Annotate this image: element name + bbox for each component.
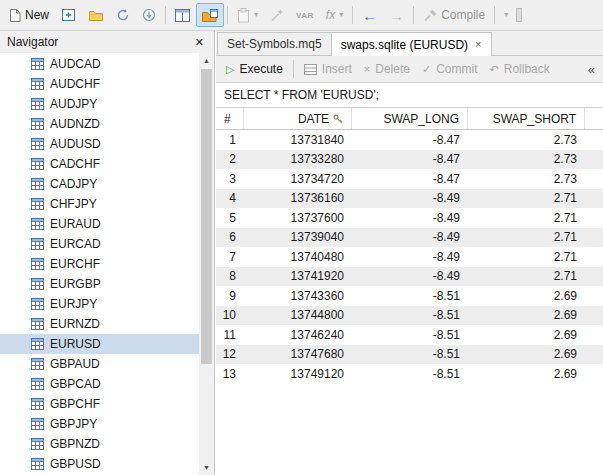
insert-button[interactable]: Insert	[299, 58, 357, 80]
cell-date: 13741920	[244, 269, 352, 283]
navigator-scrollbar[interactable]: ▲ ▼	[199, 53, 214, 475]
cell-swap-short: 2.71	[468, 269, 585, 283]
table-row[interactable]: 1213747680-8.512.69	[216, 345, 603, 365]
new-window-button[interactable]	[55, 3, 82, 27]
navigator-item-gbpaud[interactable]: GBPAUD	[0, 354, 199, 374]
cell-index: 8	[216, 269, 244, 283]
split-view-button[interactable]	[169, 3, 196, 27]
new-button[interactable]: New	[3, 3, 55, 27]
delete-button[interactable]: × Delete	[359, 58, 415, 80]
cell-date: 13747680	[244, 347, 352, 361]
navigator-item-eurusd[interactable]: EURUSD	[0, 334, 199, 354]
chevron-down-icon: ▾	[339, 11, 343, 19]
cell-swap-long: -8.49	[352, 191, 468, 205]
partial-toolbar-button	[516, 8, 522, 22]
column-header-swap-long[interactable]: SWAP_LONG	[352, 108, 468, 129]
symbol-label: AUDCHF	[50, 77, 100, 91]
symbol-label: GBPAUD	[50, 357, 100, 371]
scrollbar-thumb[interactable]	[201, 69, 212, 364]
cell-index: 10	[216, 308, 244, 322]
tab-close-icon[interactable]: ×	[475, 39, 481, 50]
cell-date: 13743360	[244, 289, 352, 303]
table-row[interactable]: 913743360-8.512.69	[216, 286, 603, 306]
symbol-table-icon	[31, 278, 44, 290]
navigator-item-gbpusd[interactable]: GBPUSD	[0, 454, 199, 474]
symbol-table-icon	[31, 418, 44, 430]
navigator-item-eurgbp[interactable]: EURGBP	[0, 274, 199, 294]
tab-swaps-sqlite-eurusd[interactable]: swaps.sqlite (EURUSD)×	[331, 32, 492, 56]
paste-button[interactable]: ▾	[231, 3, 264, 27]
navigator-item-audcad[interactable]: AUDCAD	[0, 54, 199, 74]
table-row[interactable]: 413736160-8.492.71	[216, 189, 603, 209]
navigator-item-audchf[interactable]: AUDCHF	[0, 74, 199, 94]
table-row[interactable]: 1313749120-8.512.69	[216, 364, 603, 384]
symbol-table-icon	[31, 378, 44, 390]
download-button[interactable]	[136, 3, 162, 27]
cell-swap-long: -8.49	[352, 269, 468, 283]
table-row[interactable]: 113731840-8.472.73	[216, 130, 603, 150]
table-row[interactable]: 213733280-8.472.73	[216, 150, 603, 170]
navigator-item-audjpy[interactable]: AUDJPY	[0, 94, 199, 114]
refresh-button[interactable]	[110, 3, 136, 27]
table-row[interactable]: 513737600-8.492.71	[216, 208, 603, 228]
cell-swap-long: -8.51	[352, 347, 468, 361]
cell-index: 5	[216, 211, 244, 225]
cell-swap-short: 2.73	[468, 172, 585, 186]
symbol-table-icon	[31, 338, 44, 350]
close-icon[interactable]: ✕	[192, 37, 207, 48]
rollback-button[interactable]: ↶ Rollback	[485, 58, 555, 80]
styler-button[interactable]	[264, 3, 290, 27]
compile-dropdown-button[interactable]: ▾	[498, 3, 514, 27]
delete-label: Delete	[375, 62, 410, 76]
execute-label: Execute	[239, 62, 282, 76]
open-file-button[interactable]	[82, 3, 110, 27]
table-row[interactable]: 713740480-8.492.71	[216, 247, 603, 267]
scroll-down-icon[interactable]: ▼	[199, 460, 214, 475]
back-button[interactable]: ←	[356, 3, 383, 27]
column-header-index[interactable]: #	[216, 108, 244, 129]
navigator-item-cadchf[interactable]: CADCHF	[0, 154, 199, 174]
navigator-item-gbpjpy[interactable]: GBPJPY	[0, 414, 199, 434]
table-row[interactable]: 1013744800-8.512.69	[216, 306, 603, 326]
column-header-swap-short[interactable]: SWAP_SHORT	[468, 108, 585, 129]
scroll-up-icon[interactable]: ▲	[199, 53, 214, 68]
navigator-item-gbpchf[interactable]: GBPCHF	[0, 394, 199, 414]
column-header-date[interactable]: DATE	[244, 108, 352, 129]
table-row[interactable]: 313734720-8.472.73	[216, 169, 603, 189]
cell-swap-short: 2.71	[468, 211, 585, 225]
variables-button[interactable]: VAR	[290, 3, 320, 27]
navigator-item-chfjpy[interactable]: CHFJPY	[0, 194, 199, 214]
symbol-table-icon	[31, 258, 44, 270]
collapse-chevrons-icon[interactable]: «	[588, 62, 598, 77]
navigator-item-eurjpy[interactable]: EURJPY	[0, 294, 199, 314]
cell-index: 13	[216, 367, 244, 381]
navigator-item-gbpcad[interactable]: GBPCAD	[0, 374, 199, 394]
navigator-item-eurcad[interactable]: EURCAD	[0, 234, 199, 254]
commit-button[interactable]: ✓ Commit	[417, 58, 483, 80]
cell-date: 13746240	[244, 328, 352, 342]
insert-label: Insert	[322, 62, 352, 76]
symbol-table-icon	[31, 398, 44, 410]
sql-query-bar[interactable]: SELECT * FROM 'EURUSD';	[216, 83, 603, 108]
navigator-item-audusd[interactable]: AUDUSD	[0, 134, 199, 154]
fx-text-icon: fx	[326, 8, 335, 22]
table-row[interactable]: 1113746240-8.512.69	[216, 325, 603, 345]
navigator-item-euraud[interactable]: EURAUD	[0, 214, 199, 234]
function-button[interactable]: fx ▾	[320, 3, 349, 27]
tab-set-symbols-mq5[interactable]: Set-Symbols.mq5	[217, 32, 332, 55]
navigator-toggle-button[interactable]	[196, 3, 224, 27]
compile-button[interactable]: Compile	[417, 3, 491, 27]
cell-swap-long: -8.51	[352, 328, 468, 342]
navigator-item-audnzd[interactable]: AUDNZD	[0, 114, 199, 134]
table-row[interactable]: 813741920-8.492.71	[216, 267, 603, 287]
execute-button[interactable]: ▷ Execute	[221, 58, 288, 80]
navigator-item-gbpnzd[interactable]: GBPNZD	[0, 434, 199, 454]
sql-query-text: SELECT * FROM 'EURUSD';	[224, 88, 379, 102]
table-row[interactable]: 613739040-8.492.71	[216, 228, 603, 248]
navigator-item-cadjpy[interactable]: CADJPY	[0, 174, 199, 194]
forward-button[interactable]: →	[383, 3, 410, 27]
rollback-arrow-icon: ↶	[490, 64, 499, 75]
forward-arrow-icon: →	[389, 8, 404, 23]
navigator-item-eurchf[interactable]: EURCHF	[0, 254, 199, 274]
navigator-item-eurnzd[interactable]: EURNZD	[0, 314, 199, 334]
